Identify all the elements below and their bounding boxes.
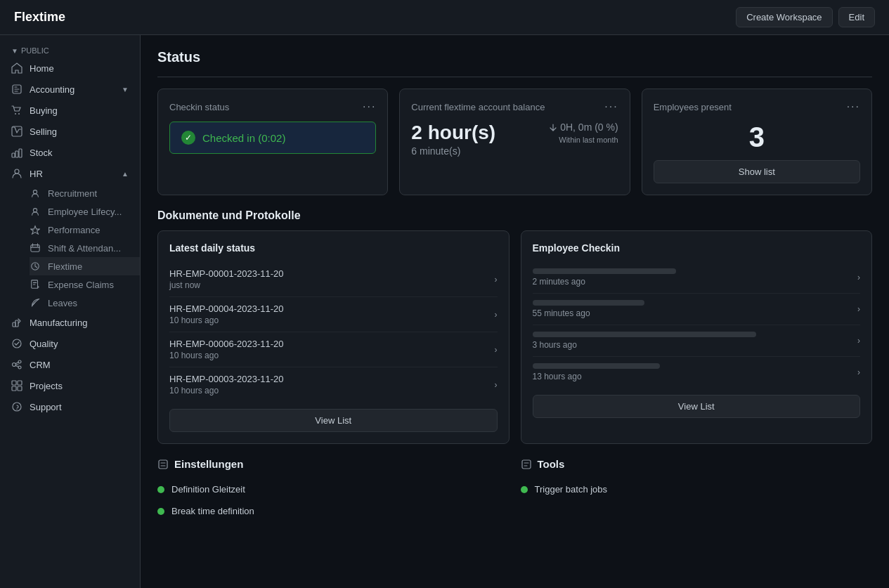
checkin-row[interactable]: 55 minutes ago › bbox=[533, 294, 861, 325]
sidebar-item-stock[interactable]: Stock bbox=[0, 142, 140, 163]
checkin-row-chevron: › bbox=[857, 273, 860, 282]
list-item[interactable]: HR-EMP-00006-2023-11-20 10 hours ago › bbox=[169, 332, 498, 367]
edit-button[interactable]: Edit bbox=[838, 7, 875, 27]
sidebar-item-buying-label: Buying bbox=[30, 105, 58, 116]
sidebar-item-leaves[interactable]: Leaves bbox=[30, 294, 140, 312]
sidebar-item-flextime-label: Flextime bbox=[48, 261, 82, 272]
sidebar-item-shift-attendance[interactable]: Shift & Attendan... bbox=[30, 239, 140, 257]
svg-marker-10 bbox=[31, 226, 39, 234]
svg-rect-11 bbox=[31, 245, 39, 252]
definition-gleitzeit-label: Definition Gleitzeit bbox=[171, 484, 245, 495]
svg-point-18 bbox=[18, 360, 21, 363]
definition-gleitzeit-dot bbox=[157, 486, 164, 493]
main-content: Status Checkin status ··· ✓ Checked in (… bbox=[141, 35, 889, 588]
employees-card-menu[interactable]: ··· bbox=[847, 100, 860, 113]
balance-minutes: 6 minute(s) bbox=[411, 145, 495, 157]
sidebar: ▼ PUBLIC Home Accounting ▼ Buyi bbox=[0, 35, 141, 588]
sidebar-item-recruitment[interactable]: Recruitment bbox=[30, 184, 140, 202]
trigger-batch-jobs-item[interactable]: Trigger batch jobs bbox=[521, 478, 873, 500]
sidebar-item-stock-label: Stock bbox=[30, 148, 53, 158]
sidebar-item-flextime[interactable]: Flextime bbox=[30, 257, 140, 275]
break-time-definition-item[interactable]: Break time definition bbox=[157, 500, 510, 522]
svg-point-8 bbox=[33, 190, 37, 194]
employee-checkin-view-list-button[interactable]: View List bbox=[533, 395, 861, 418]
balance-main: 2 hour(s) 6 minute(s) bbox=[411, 122, 495, 157]
employees-count: 3 bbox=[654, 122, 860, 153]
dokumente-section-title: Dokumente und Protokolle bbox=[157, 209, 872, 222]
checkin-row-chevron: › bbox=[857, 367, 860, 377]
shift-icon bbox=[30, 242, 41, 254]
topnav: Flextime Create Workspace Edit bbox=[0, 0, 889, 35]
svg-point-16 bbox=[13, 339, 21, 348]
svg-rect-21 bbox=[18, 381, 22, 385]
list-item-chevron: › bbox=[495, 380, 498, 390]
sidebar-item-accounting[interactable]: Accounting ▼ bbox=[0, 79, 140, 100]
sidebar-item-support[interactable]: Support bbox=[0, 396, 140, 417]
list-item-chevron: › bbox=[495, 345, 498, 355]
list-item-chevron: › bbox=[495, 310, 498, 320]
checkin-card-menu[interactable]: ··· bbox=[363, 100, 376, 113]
checkin-bar bbox=[533, 268, 677, 274]
list-item[interactable]: HR-EMP-00001-2023-11-20 just now › bbox=[169, 262, 498, 297]
sidebar-item-manufacturing[interactable]: Manufacturing bbox=[0, 312, 140, 333]
buying-icon bbox=[11, 105, 22, 116]
flextime-card-title: Current flextime account balance bbox=[411, 102, 545, 112]
checkin-status-label: Checked in (0:02) bbox=[202, 132, 285, 144]
sidebar-item-selling[interactable]: Selling bbox=[0, 121, 140, 142]
sidebar-item-expense-claims[interactable]: Expense Claims bbox=[30, 275, 140, 294]
sidebar-item-expense-claims-label: Expense Claims bbox=[48, 280, 114, 290]
list-item-chevron: › bbox=[495, 275, 498, 285]
sidebar-section-label: ▼ PUBLIC bbox=[0, 41, 140, 58]
tools-header: Tools bbox=[521, 458, 873, 470]
latest-daily-panel: Latest daily status HR-EMP-00001-2023-11… bbox=[157, 230, 510, 444]
definition-gleitzeit-item[interactable]: Definition Gleitzeit bbox=[157, 478, 510, 500]
latest-daily-view-list-button[interactable]: View List bbox=[169, 409, 498, 432]
flextime-icon bbox=[30, 261, 41, 272]
checkin-status-button[interactable]: ✓ Checked in (0:02) bbox=[169, 122, 376, 154]
checkin-row[interactable]: 13 hours ago › bbox=[533, 357, 861, 388]
selling-icon bbox=[11, 126, 22, 137]
sidebar-item-employee-lifecycle[interactable]: Employee Lifecy... bbox=[30, 202, 140, 221]
leaves-icon bbox=[30, 297, 41, 308]
dokumente-two-col: Latest daily status HR-EMP-00001-2023-11… bbox=[157, 230, 872, 444]
svg-rect-27 bbox=[522, 460, 531, 469]
checkin-row-chevron: › bbox=[857, 304, 860, 314]
svg-point-1 bbox=[15, 113, 16, 115]
balance-secondary: 0H, 0m (0 %) bbox=[549, 122, 618, 133]
app-logo: Flextime bbox=[14, 10, 65, 25]
checkin-row[interactable]: 2 minutes ago › bbox=[533, 262, 861, 294]
trigger-batch-dot bbox=[521, 486, 528, 493]
svg-point-7 bbox=[15, 169, 19, 174]
balance-row: 2 hour(s) 6 minute(s) 0H, 0m (0 %) Withi… bbox=[411, 122, 618, 157]
sidebar-item-buying[interactable]: Buying bbox=[0, 100, 140, 121]
balance-label: Within last month bbox=[549, 136, 618, 144]
tools-einstellungen-row: Einstellungen Definition Gleitzeit Break… bbox=[157, 458, 872, 522]
svg-rect-3 bbox=[12, 126, 22, 136]
svg-point-2 bbox=[18, 113, 20, 115]
sidebar-item-recruitment-label: Recruitment bbox=[48, 188, 97, 199]
svg-rect-14 bbox=[13, 322, 15, 327]
employee-icon bbox=[30, 206, 41, 217]
sidebar-item-hr-left: HR bbox=[11, 168, 43, 179]
page-title: Status bbox=[157, 49, 872, 65]
tools-section: Tools Trigger batch jobs bbox=[521, 458, 873, 522]
list-item[interactable]: HR-EMP-00004-2023-11-20 10 hours ago › bbox=[169, 297, 498, 332]
sidebar-item-home[interactable]: Home bbox=[0, 58, 140, 79]
einstellungen-section: Einstellungen Definition Gleitzeit Break… bbox=[157, 458, 510, 522]
balance-right: 0H, 0m (0 %) Within last month bbox=[549, 122, 618, 144]
list-item[interactable]: HR-EMP-00003-2023-11-20 10 hours ago › bbox=[169, 367, 498, 402]
sidebar-item-performance[interactable]: Performance bbox=[30, 221, 140, 239]
sidebar-item-projects[interactable]: Projects bbox=[0, 375, 140, 396]
sidebar-item-home-label: Home bbox=[30, 63, 54, 74]
sidebar-item-quality[interactable]: Quality bbox=[0, 333, 140, 354]
flextime-card-menu[interactable]: ··· bbox=[604, 100, 618, 113]
create-workspace-button[interactable]: Create Workspace bbox=[736, 7, 832, 27]
hr-icon bbox=[11, 168, 22, 179]
checkin-card-header: Checkin status ··· bbox=[169, 100, 376, 113]
checkin-row-chevron: › bbox=[857, 336, 860, 346]
show-list-button[interactable]: Show list bbox=[654, 160, 860, 183]
sidebar-item-crm[interactable]: CRM bbox=[0, 354, 140, 375]
svg-point-19 bbox=[18, 366, 21, 369]
checkin-row[interactable]: 3 hours ago › bbox=[533, 325, 861, 357]
sidebar-item-hr[interactable]: HR ▲ bbox=[0, 163, 140, 184]
